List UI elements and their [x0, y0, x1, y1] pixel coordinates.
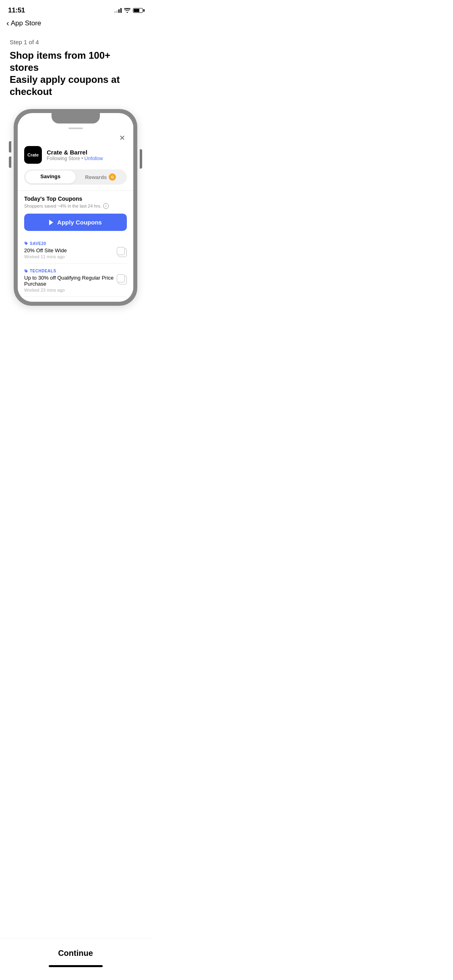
coupon-desc-1: 20% Off Site Wide: [24, 247, 67, 253]
info-icon: i: [103, 203, 109, 209]
store-info: Crate Crate & Barrel Following Store • U…: [24, 146, 127, 164]
status-bar: 11:51: [0, 0, 151, 18]
tag-icon-2: [24, 269, 28, 273]
store-logo-text: Crate: [27, 152, 39, 157]
coupon-worked-2: Worked 23 mins ago: [24, 288, 115, 292]
coupon-row-2: Up to 30% off Qualifying Regular Price P…: [24, 275, 127, 292]
step-label: Step 1 of 4: [10, 39, 141, 45]
sheet-handle: [68, 128, 83, 129]
tab-savings[interactable]: Savings: [25, 171, 76, 183]
coupon-code-2: TECHDEALS: [30, 269, 56, 273]
close-button[interactable]: ✕: [117, 133, 127, 143]
vol-button-1: [9, 141, 11, 152]
tab-rewards-label: Rewards: [85, 174, 107, 180]
status-time: 11:51: [8, 6, 25, 14]
copy-icon-2[interactable]: [118, 276, 127, 284]
back-button[interactable]: ‹ App Store: [6, 19, 41, 27]
tag-icon-1: [24, 241, 28, 245]
coupons-heading: Today's Top Coupons: [24, 196, 127, 202]
play-icon: [49, 220, 53, 225]
coupons-subtext: Shoppers saved ~4% in the last 24 hrs. i: [24, 203, 127, 209]
back-label: App Store: [11, 19, 41, 27]
unfollow-link[interactable]: Unfollow: [85, 156, 103, 161]
copy-icon-1[interactable]: [118, 248, 127, 257]
heading-line1: Shop items from 100+ stores: [10, 50, 110, 73]
coupon-row-1: 20% Off Site Wide Worked 11 mins ago: [24, 247, 127, 259]
store-follow-status: Following Store • Unfollow: [47, 156, 127, 161]
section-divider: [18, 190, 133, 191]
coupon-code-badge-2: TECHDEALS: [24, 269, 56, 273]
coupon-item-1: SAVE20 20% Off Site Wide Worked 11 mins …: [24, 236, 127, 264]
phone-screen: ✕ Crate Crate & Barrel Following Store •: [18, 113, 133, 302]
heading-line2: Easily apply coupons at checkout: [10, 74, 120, 97]
sheet-header: ✕: [24, 132, 127, 146]
battery-icon: [133, 8, 143, 13]
tab-rewards[interactable]: Rewards G: [76, 171, 126, 183]
tab-rewards-inner: Rewards G: [81, 173, 121, 181]
coupon-item-2: TECHDEALS Up to 30% off Qualifying Regul…: [24, 264, 127, 297]
main-content: Step 1 of 4 Shop items from 100+ stores …: [0, 31, 151, 306]
apply-btn-label: Apply Coupons: [57, 219, 102, 226]
tabs-container: Savings Rewards G: [24, 169, 127, 185]
back-chevron-icon: ‹: [6, 19, 9, 27]
phone-mockup-container: ✕ Crate Crate & Barrel Following Store •: [10, 109, 141, 306]
follow-status-text: Following Store: [47, 156, 80, 161]
sheet-handle-area: [24, 124, 127, 132]
status-icons: [114, 8, 143, 13]
phone-mockup: ✕ Crate Crate & Barrel Following Store •: [14, 109, 137, 306]
store-logo: Crate: [24, 146, 42, 164]
wifi-icon: [124, 8, 130, 13]
coupons-subtitle-text: Shoppers saved ~4% in the last 24 hrs.: [24, 204, 101, 208]
follow-dot: •: [81, 156, 85, 161]
apply-coupons-button[interactable]: Apply Coupons: [24, 214, 127, 231]
phone-notch: [52, 113, 100, 124]
svg-point-1: [25, 270, 26, 271]
coupon-code-badge-1: SAVE20: [24, 241, 46, 246]
store-details: Crate & Barrel Following Store • Unfollo…: [47, 149, 127, 161]
coupon-desc-2: Up to 30% off Qualifying Regular Price P…: [24, 275, 115, 287]
power-button: [140, 149, 142, 169]
coupon-code-1: SAVE20: [30, 241, 46, 246]
coupon-desc-wrap-1: 20% Off Site Wide Worked 11 mins ago: [24, 247, 67, 259]
coupon-desc-wrap-2: Up to 30% off Qualifying Regular Price P…: [24, 275, 115, 292]
vol-button-2: [9, 156, 11, 168]
store-name: Crate & Barrel: [47, 149, 127, 156]
nav-bar: ‹ App Store: [0, 18, 151, 31]
tab-savings-label: Savings: [40, 173, 60, 179]
coupon-worked-1: Worked 11 mins ago: [24, 254, 67, 259]
svg-point-0: [25, 243, 26, 243]
main-heading: Shop items from 100+ stores Easily apply…: [10, 49, 141, 98]
sheet-content: ✕ Crate Crate & Barrel Following Store •: [18, 124, 133, 302]
signal-icon: [114, 8, 122, 13]
rewards-badge: G: [109, 173, 116, 181]
